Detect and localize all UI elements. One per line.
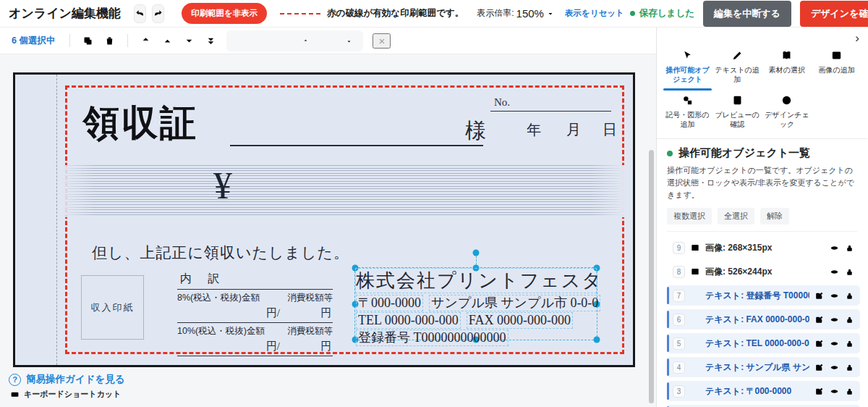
amount-guilloche-band[interactable] [61, 165, 624, 217]
layer-label: テキスト: FAX 0000-000-000 [705, 314, 809, 326]
tab-add-image[interactable]: 画像の追加 [812, 46, 861, 91]
vertical-scrollbar[interactable] [649, 150, 654, 403]
lock-icon[interactable] [845, 243, 854, 253]
delete-button[interactable] [101, 32, 119, 50]
tel-text[interactable]: TEL 0000-000-000 [356, 312, 461, 329]
deselect-all-button[interactable]: 解除 [760, 208, 789, 225]
resize-handle-se[interactable] [594, 337, 600, 343]
phone-line[interactable]: TEL 0000-000-000 FAX 0000-000-000 [356, 312, 573, 329]
tab-operable-objects[interactable]: 操作可能オブジェクト [663, 46, 712, 91]
receipt-no-line [490, 111, 611, 112]
proceed-order-button[interactable]: デザインを確認し注文手続きへ進む [800, 1, 868, 27]
right-sidebar: › 操作可能オブジェクト テキストの追加 素材の選択 画像の追加 記号・図形の追… [657, 28, 867, 407]
tab-select-material[interactable]: 素材の選択 [762, 46, 812, 91]
fax-text[interactable]: FAX 0000-000-000 [467, 312, 573, 329]
layer-row-text-7[interactable]: 7 テキスト: 登録番号 T00000000000… [667, 285, 860, 306]
send-to-back-button[interactable] [202, 32, 220, 50]
receipt-artboard[interactable]: 領収証 No. 様 年 月 日 ¥ 但し、上記正に領収いたしました。 収入印紙 … [13, 72, 635, 367]
align-center-button[interactable] [253, 32, 271, 50]
text-lines-icon [690, 290, 700, 301]
bleed-guide-line [56, 75, 57, 365]
layer-number: 8 [673, 266, 685, 278]
tab-design-check[interactable]: デザインチェック [762, 91, 812, 135]
bring-forward-button[interactable] [158, 32, 176, 50]
proviso-text[interactable]: 但し、上記正に領収いたしました。 [92, 243, 349, 263]
app-title: オンライン編集機能 [9, 5, 121, 22]
postal-text[interactable]: 〒000-0000 [356, 295, 423, 311]
edit-icon[interactable] [814, 387, 824, 396]
redo-button[interactable] [152, 4, 164, 23]
align-right-button[interactable] [275, 32, 293, 50]
editor-canvas[interactable]: 領収証 No. 様 年 月 日 ¥ 但し、上記正に領収いたしました。 収入印紙 … [0, 54, 656, 407]
layer-row-text-3[interactable]: 3 テキスト: 〒000-0000 [667, 381, 860, 401]
eye-icon[interactable] [830, 267, 839, 277]
lock-icon[interactable] [845, 315, 854, 324]
align-top-button[interactable] [297, 32, 315, 50]
reset-view-link[interactable]: 表示をリセット [565, 8, 624, 19]
layer-row-image-8[interactable]: 8 画像: 526×244px [667, 261, 860, 282]
edit-icon[interactable] [814, 363, 824, 372]
layer-number: 3 [673, 385, 685, 398]
zoom-value: 150% [516, 7, 544, 20]
align-middle-button[interactable] [318, 32, 336, 50]
eye-icon[interactable] [830, 387, 839, 396]
align-bottom-button[interactable] [340, 32, 358, 50]
layer-row-text-4[interactable]: 4 テキスト: サンプル県 サンプル市 0-0-0 [667, 357, 860, 377]
lock-icon[interactable] [845, 339, 854, 348]
eye-icon[interactable] [830, 243, 839, 253]
receipt-title[interactable]: 領収証 [83, 105, 198, 141]
eye-icon[interactable] [830, 291, 839, 301]
lock-icon[interactable] [845, 291, 854, 301]
layer-row-text-5[interactable]: 5 テキスト: TEL 0000-000-000 [667, 333, 860, 353]
receipt-sama-label[interactable]: 様 [465, 117, 486, 146]
collapse-sidebar-button[interactable]: › [855, 32, 859, 44]
section-heading: 操作可能オブジェクト一覧 [678, 146, 810, 160]
toggle-print-range-button[interactable]: 印刷範囲を非表示 [182, 3, 267, 24]
shapes-icon [681, 94, 694, 106]
registration-line[interactable]: 登録番号 T0000000000000 [356, 330, 509, 346]
layer-number: 5 [673, 337, 685, 350]
address-text[interactable]: サンプル県 サンプル市 0-0-0 [429, 295, 600, 311]
text-lines-icon [690, 386, 700, 396]
eye-icon[interactable] [830, 315, 839, 324]
tab-add-shapes[interactable]: 記号・図形の追加 [663, 91, 712, 135]
deselect-button[interactable]: × [373, 33, 391, 49]
zoom-control[interactable]: 表示倍率: 150% [477, 7, 555, 20]
lock-icon[interactable] [845, 363, 854, 372]
pause-editing-button[interactable]: 編集を中断する [703, 1, 791, 27]
undo-button[interactable] [134, 4, 146, 23]
tab-preview[interactable]: プレビューの確認 [712, 91, 762, 135]
tab-add-text[interactable]: テキストの追加 [712, 46, 762, 91]
reg-number-text[interactable]: 登録番号 T0000000000000 [356, 330, 509, 346]
bring-to-front-button[interactable] [137, 32, 155, 50]
edit-icon[interactable] [814, 291, 824, 301]
arrow-up-icon [140, 35, 151, 46]
edit-icon[interactable] [814, 339, 824, 348]
copy-icon [82, 35, 93, 46]
align-left-button[interactable] [231, 32, 250, 50]
tax-breakdown-table[interactable]: 内 訳 8%(税込・税抜)金額 消費税額等 円/ 円 10%(税込・税抜)金額 … [177, 272, 333, 356]
section-description: 操作可能オブジェクトの一覧です。オブジェクトの選択状態・ロックや表示/非表示を変… [667, 164, 857, 201]
receipt-no-label[interactable]: No. [494, 96, 510, 109]
layer-row-text-6[interactable]: 6 テキスト: FAX 0000-000-000 [667, 309, 860, 330]
eye-icon[interactable] [830, 363, 839, 372]
multi-select-button[interactable]: 複数選択 [667, 208, 712, 225]
lock-icon[interactable] [845, 387, 854, 396]
eye-icon[interactable] [830, 339, 839, 348]
company-name-text[interactable]: 株式会社プリントフェスタ [355, 268, 597, 293]
keyboard-shortcut-link[interactable]: キーボードショートカット [10, 389, 121, 400]
rotation-handle[interactable] [473, 250, 480, 256]
edit-icon[interactable] [814, 315, 824, 324]
zoom-label: 表示倍率: [477, 7, 514, 20]
revenue-stamp-box[interactable]: 収入印紙 [81, 275, 144, 340]
quick-guide-link[interactable]: ? 簡易操作ガイドを見る [9, 373, 125, 386]
select-all-button[interactable]: 全選択 [718, 208, 754, 225]
lock-icon[interactable] [845, 267, 854, 277]
selection-count: 6 個選択中 [12, 35, 55, 47]
address-line[interactable]: 〒000-0000 サンプル県 サンプル市 0-0-0 [356, 295, 600, 311]
send-backward-button[interactable] [180, 32, 198, 50]
duplicate-button[interactable] [79, 32, 97, 50]
layer-row-image-9[interactable]: 9 画像: 268×315px [667, 238, 860, 258]
layer-label: 画像: 268×315px [705, 242, 825, 254]
yen-mark[interactable]: ¥ [213, 164, 232, 207]
